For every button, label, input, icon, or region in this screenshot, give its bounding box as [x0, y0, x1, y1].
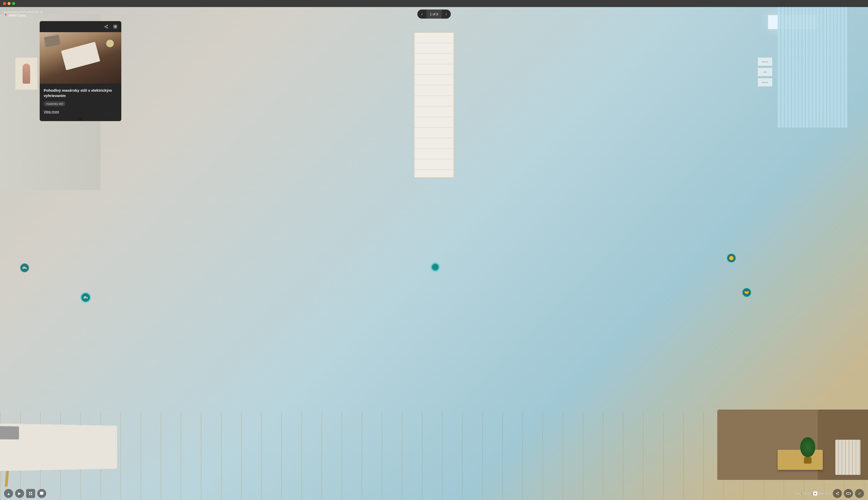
titlebar [0, 0, 434, 7]
info-card: Pohodlný masérsky stôl s elektrickým vyh… [40, 21, 121, 121]
card-pointer [78, 117, 84, 121]
card-image [40, 32, 121, 84]
venue-name: 📍 MMM Salón [4, 14, 43, 17]
svg-rect-8 [116, 27, 117, 28]
card-body: Pohodlný masérsky stôl s elektrickým vyh… [40, 84, 121, 117]
room-divider [414, 32, 434, 178]
card-share-button[interactable] [103, 23, 110, 30]
card-title: Pohodlný masérsky stôl s elektrickým vyh… [44, 88, 117, 98]
svg-rect-6 [116, 25, 117, 26]
viewport: SKOLAS MAS SKOLAS Presented by FUTURDIGI… [0, 7, 434, 250]
header-bar: Presented by FUTURDIGITAL.sk 📍 MMM Salón [0, 7, 434, 21]
venue-name-text: MMM Salón [9, 14, 26, 17]
location-icon: 📍 [4, 14, 8, 17]
presenter-info: Presented by FUTURDIGITAL.sk 📍 MMM Salón [4, 11, 43, 17]
card-image-scene [40, 32, 121, 84]
card-image-chairs [44, 35, 60, 47]
card-image-table [61, 42, 100, 70]
svg-rect-7 [114, 27, 115, 28]
layout-icon [113, 25, 117, 29]
svg-line-3 [106, 27, 107, 27]
svg-point-2 [107, 27, 108, 29]
wall-poster [15, 57, 38, 90]
svg-rect-5 [114, 25, 115, 26]
minimize-button[interactable] [8, 2, 11, 5]
maximize-button[interactable] [12, 2, 15, 5]
card-layout-button[interactable] [112, 23, 119, 30]
svg-point-1 [105, 26, 106, 27]
svg-line-4 [106, 26, 107, 26]
close-button[interactable] [3, 2, 6, 5]
card-toolbar [40, 21, 121, 32]
card-image-lamp [106, 40, 114, 47]
card-tag[interactable]: masérsky stôl [44, 101, 66, 106]
view-more-link[interactable]: View more [44, 110, 117, 114]
share-icon [104, 25, 108, 29]
presented-by-label: Presented by FUTURDIGITAL.sk [4, 11, 43, 14]
svg-point-0 [107, 25, 108, 26]
